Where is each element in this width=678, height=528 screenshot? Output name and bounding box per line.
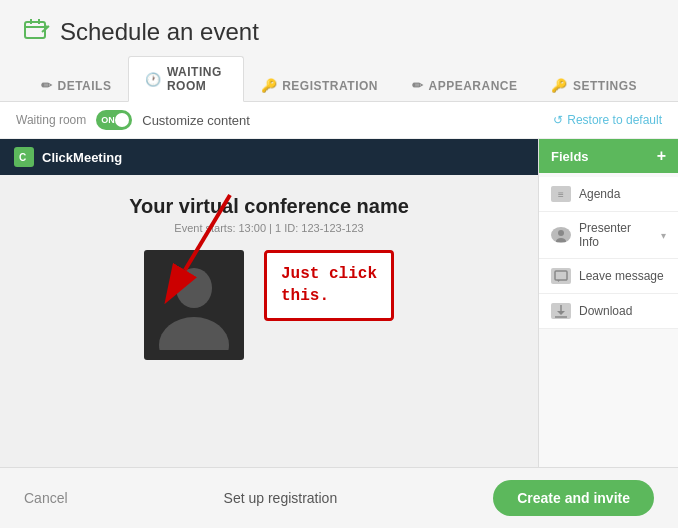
expand-icon: ▾ <box>661 230 666 241</box>
message-icon <box>551 268 571 284</box>
page-title: Schedule an event <box>60 18 259 46</box>
settings-key-icon: 🔑 <box>551 78 568 93</box>
preview-fields-area: C ClickMeeting Your virtual conference n… <box>0 139 678 467</box>
page-container: Schedule an event ✏ DETAILS 🕐 WAITING RO… <box>0 0 678 528</box>
key-icon: 🔑 <box>261 78 278 93</box>
tabs-bar: ✏ DETAILS 🕐 WAITING ROOM 🔑 REGISTRATION … <box>0 56 678 102</box>
field-label-agenda: Agenda <box>579 187 620 201</box>
tab-details[interactable]: ✏ DETAILS <box>24 69 128 101</box>
download-icon <box>551 303 571 319</box>
avatar-placeholder <box>144 250 244 360</box>
agenda-icon: ≡ <box>551 186 571 202</box>
svg-marker-17 <box>557 311 565 315</box>
svg-point-8 <box>176 268 212 308</box>
svg-point-9 <box>159 317 229 350</box>
pen-icon: ✏ <box>412 78 424 93</box>
svg-rect-0 <box>25 22 45 38</box>
controls-left: Waiting room ON Customize content <box>16 110 250 130</box>
field-item-download[interactable]: Download <box>539 294 678 329</box>
annotation-line1: Just click <box>281 263 377 285</box>
field-item-leave-message[interactable]: Leave message <box>539 259 678 294</box>
tab-settings[interactable]: 🔑 SETTINGS <box>534 69 654 101</box>
svg-rect-14 <box>555 271 567 280</box>
cancel-button[interactable]: Cancel <box>24 482 68 514</box>
field-label-presenter: Presenter Info <box>579 221 653 249</box>
schedule-icon <box>24 18 50 46</box>
fields-add-icon[interactable]: + <box>657 147 666 165</box>
toggle-on-label: ON <box>101 115 115 125</box>
restore-default-link[interactable]: ↺ Restore to default <box>553 113 662 127</box>
preview-panel: C ClickMeeting Your virtual conference n… <box>0 139 538 467</box>
field-label-download: Download <box>579 304 632 318</box>
page-footer: Cancel Set up registration Create and in… <box>0 467 678 528</box>
clickmeeting-header: C ClickMeeting <box>0 139 538 175</box>
preview-body: Your virtual conference name Event start… <box>0 175 538 467</box>
svg-text:C: C <box>19 152 26 163</box>
field-item-agenda[interactable]: ≡ Agenda <box>539 177 678 212</box>
field-label-message: Leave message <box>579 269 664 283</box>
tab-waiting-room[interactable]: 🕐 WAITING ROOM <box>128 56 243 102</box>
setup-registration-button[interactable]: Set up registration <box>208 482 354 514</box>
presenter-icon <box>551 227 571 243</box>
restore-icon: ↺ <box>553 113 563 127</box>
fields-header: Fields + <box>539 139 678 173</box>
tab-registration[interactable]: 🔑 REGISTRATION <box>244 69 395 101</box>
annotation-line2: this. <box>281 285 377 307</box>
fields-panel: Fields + ≡ Agenda <box>538 139 678 467</box>
main-content: Waiting room ON Customize content ↺ Rest… <box>0 102 678 467</box>
conference-name: Your virtual conference name <box>129 195 409 218</box>
clock-icon: 🕐 <box>145 72 162 87</box>
svg-point-12 <box>558 230 564 236</box>
waiting-room-label: Waiting room <box>16 113 86 127</box>
svg-point-13 <box>556 238 566 242</box>
waiting-room-toggle[interactable]: ON <box>96 110 132 130</box>
fields-list: ≡ Agenda Presenter Info ▾ <box>539 173 678 467</box>
tab-appearance[interactable]: ✏ APPEARANCE <box>395 69 535 101</box>
clickmeeting-logo-icon: C <box>14 147 34 167</box>
clickmeeting-logo-text: ClickMeeting <box>42 150 122 165</box>
svg-marker-15 <box>557 280 560 282</box>
pencil-icon: ✏ <box>41 78 53 93</box>
preview-content-row: Just click this. <box>20 250 518 360</box>
controls-bar: Waiting room ON Customize content ↺ Rest… <box>0 102 678 139</box>
customize-label: Customize content <box>142 113 250 128</box>
event-info: Event starts: 13:00 | 1 ID: 123-123-123 <box>174 222 363 234</box>
page-header: Schedule an event <box>0 0 678 56</box>
create-invite-button[interactable]: Create and invite <box>493 480 654 516</box>
field-item-presenter-info[interactable]: Presenter Info ▾ <box>539 212 678 259</box>
annotation-box: Just click this. <box>264 250 394 321</box>
